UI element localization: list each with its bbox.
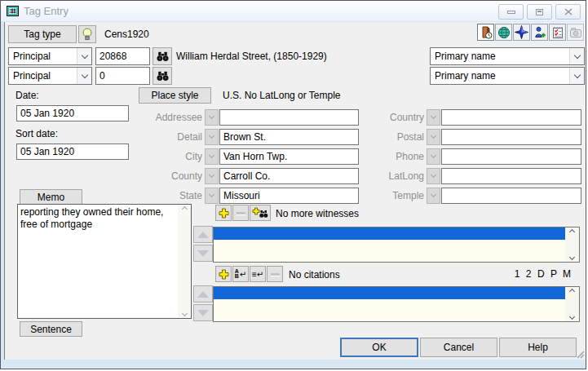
citation-move-down-button[interactable] — [193, 304, 213, 321]
remove-witness-button[interactable] — [232, 205, 249, 221]
witness-move-up-button[interactable] — [193, 226, 213, 243]
camera-button[interactable] — [567, 24, 584, 41]
plus-icon — [219, 269, 229, 280]
country-field[interactable] — [441, 109, 581, 126]
citation-list[interactable] — [213, 286, 580, 322]
sort-citations-ab-button[interactable]: AB ↵ — [232, 266, 249, 282]
scroll-up-icon — [569, 289, 575, 294]
principal-role-combo-1[interactable]: Principal — [8, 47, 92, 65]
state-dropdown[interactable] — [205, 188, 219, 204]
add-citation-button[interactable] — [215, 266, 232, 282]
globe-button[interactable] — [495, 24, 512, 41]
name-variant-combo-2[interactable]: Primary name — [430, 67, 585, 85]
temple-field[interactable] — [441, 188, 581, 204]
citation-move-up-button[interactable] — [193, 285, 213, 303]
ok-button[interactable]: OK — [340, 338, 418, 357]
citation-scrollbar[interactable] — [565, 287, 579, 321]
temple-dropdown[interactable] — [427, 188, 440, 204]
detail-dropdown[interactable] — [205, 129, 219, 145]
memo-box: reporting they owned their home, free of… — [17, 204, 192, 319]
resize-grip[interactable] — [574, 348, 585, 359]
chevron-down-icon[interactable] — [569, 68, 584, 84]
latlong-label: LatLong — [365, 170, 424, 182]
phone-dropdown[interactable] — [427, 148, 440, 165]
postal-dropdown[interactable] — [427, 129, 440, 145]
minus-icon — [237, 212, 245, 214]
plus-icon — [219, 208, 229, 219]
county-dropdown[interactable] — [205, 168, 219, 184]
sentence-button[interactable]: Sentence — [20, 321, 82, 337]
addressee-field[interactable] — [219, 109, 359, 126]
find-person-button-2[interactable] — [153, 67, 172, 85]
tag-name-label: Cens1920 — [104, 29, 149, 40]
triangle-up-icon — [197, 291, 209, 298]
latlong-dropdown[interactable] — [427, 168, 440, 184]
add-person-button[interactable] — [531, 24, 548, 41]
chevron-down-icon[interactable] — [569, 48, 584, 64]
citation-status: No citations — [289, 269, 340, 280]
checklist-button[interactable] — [549, 24, 566, 41]
principal-id-input-2[interactable] — [95, 67, 150, 85]
principal-id-input-1[interactable] — [95, 47, 150, 65]
postal-field[interactable] — [441, 129, 581, 145]
temple-label: Temple — [365, 190, 424, 201]
country-dropdown[interactable] — [427, 109, 440, 126]
find-person-button-1[interactable] — [153, 47, 172, 65]
tag-lamp-button[interactable] — [78, 25, 96, 43]
triangle-down-icon — [197, 250, 209, 257]
witness-scrollbar[interactable] — [565, 227, 579, 262]
sort-date-input[interactable] — [16, 144, 129, 160]
remove-citation-button[interactable] — [267, 266, 283, 282]
cancel-button[interactable]: Cancel — [420, 338, 497, 357]
binoculars-icon — [157, 51, 169, 62]
city-dropdown[interactable] — [205, 148, 219, 165]
close-icon — [564, 8, 573, 15]
chevron-down-icon[interactable] — [77, 68, 91, 84]
detail-label: Detail — [144, 131, 202, 143]
add-person-icon — [533, 26, 546, 39]
sort-citations-list-button[interactable]: ≡ ↵ — [250, 266, 266, 282]
minimize-button[interactable] — [498, 4, 524, 20]
scroll-up-icon — [181, 206, 187, 212]
tag-toolbar — [477, 24, 584, 41]
latlong-field[interactable] — [441, 168, 581, 184]
help-button[interactable]: Help — [499, 338, 577, 357]
witness-move-down-button[interactable] — [193, 245, 213, 262]
memo-textarea[interactable]: reporting they owned their home, free of… — [19, 205, 177, 317]
sort-date-label: Sort date: — [15, 128, 58, 139]
sort-list-icon: ≡ ↵ — [252, 270, 263, 279]
chevron-down-icon[interactable] — [77, 48, 91, 64]
memo-scrollbar[interactable] — [178, 205, 191, 318]
county-field[interactable] — [219, 168, 359, 184]
book-clock-button[interactable] — [477, 24, 494, 41]
place-style-button[interactable]: Place style — [139, 87, 211, 104]
binoculars-icon — [157, 71, 169, 82]
add-witness-button[interactable] — [215, 205, 232, 221]
minus-icon — [271, 273, 280, 276]
close-button[interactable] — [555, 4, 581, 20]
scroll-down-icon — [181, 311, 187, 316]
compass-button[interactable] — [513, 24, 530, 41]
globe-icon — [497, 26, 511, 39]
restore-button[interactable] — [527, 4, 552, 20]
city-field[interactable] — [219, 148, 359, 165]
witness-selected-row[interactable] — [214, 227, 565, 240]
name-variant-combo-1[interactable]: Primary name — [430, 47, 585, 65]
witness-list[interactable] — [213, 227, 580, 263]
add-witness-find-button[interactable] — [250, 205, 271, 221]
tag-type-button[interactable]: Tag type — [8, 25, 77, 43]
state-field[interactable] — [219, 188, 359, 204]
principal-role-combo-2[interactable]: Principal — [8, 67, 92, 85]
memo-button[interactable]: Memo — [20, 189, 82, 205]
principal-name-label: William Herdal Street, (1850-1929) — [176, 47, 327, 65]
phone-label: Phone — [365, 151, 424, 162]
tag-entry-window: Tag Entry Tag type — [0, 0, 586, 369]
date-input[interactable] — [16, 105, 129, 121]
addressee-dropdown[interactable] — [205, 109, 219, 126]
sort-ab-icon: AB ↵ — [235, 269, 246, 279]
phone-field[interactable] — [441, 148, 581, 165]
scroll-down-icon — [569, 254, 575, 260]
detail-field[interactable] — [219, 129, 359, 145]
addressee-label: Addressee — [144, 112, 202, 123]
citation-selected-row[interactable] — [214, 287, 565, 299]
